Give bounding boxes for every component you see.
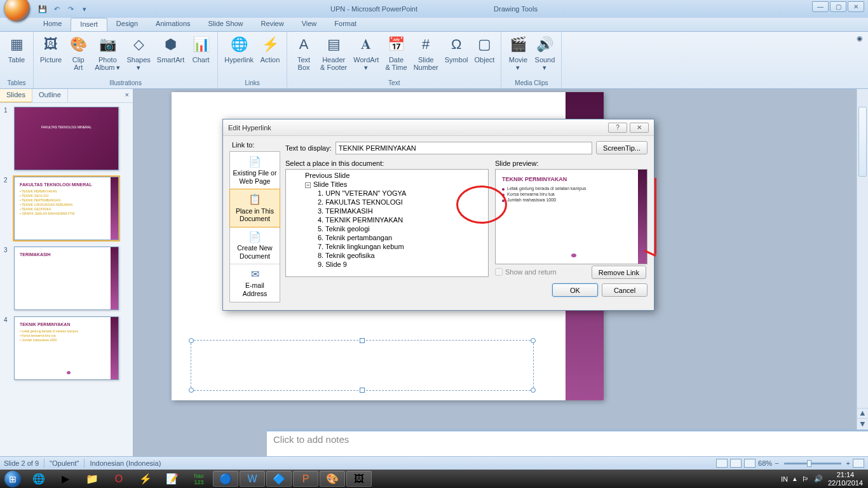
close-button[interactable]: ✕ [848,1,864,12]
tab-format[interactable]: Format [325,18,365,31]
tree-item[interactable]: 3. TERIMAKASIH [287,207,487,215]
dialog-close-button[interactable]: ✕ [630,123,649,133]
tray-flag-icon[interactable]: 🏳 [802,475,809,483]
slideshow-view-button[interactable] [744,459,756,468]
smartart-button[interactable]: ⬢SmartArt [154,33,187,65]
text-button[interactable]: ATextBox [291,33,316,72]
zoom-out-button[interactable]: − [775,459,778,467]
taskbar-winamp[interactable]: ⚡ [133,471,158,487]
restore-button[interactable]: ▢ [830,1,846,12]
taskbar-app1[interactable]: 🔷 [266,471,292,487]
tab-design[interactable]: Design [107,18,147,31]
sorter-view-button[interactable] [730,459,742,468]
tab-home[interactable]: Home [34,18,71,31]
shapes-button[interactable]: ◇Shapes▾ [125,33,153,72]
resize-handle[interactable] [189,338,194,343]
next-slide-button[interactable]: ⯆ [857,418,868,428]
redo-icon[interactable]: ↷ [65,3,76,15]
taskbar-powerpoint[interactable]: P [293,471,318,487]
linkto-place[interactable]: 📋Place in ThisDocument [229,189,280,227]
resize-handle[interactable] [360,338,365,343]
resize-handle[interactable] [531,338,536,343]
linkto-existing[interactable]: 📄Existing File orWeb Page [230,152,280,189]
slide-thumbnail[interactable]: FAKULTAS TEKNOLOGI MINERAL [14,107,119,170]
zoom-slider-thumb[interactable] [807,460,811,467]
screentip-button[interactable]: ScreenTip... [596,141,648,154]
sound-button[interactable]: 🔊Sound▾ [532,33,557,72]
resize-handle[interactable] [531,388,536,393]
save-icon[interactable]: 💾 [37,3,48,15]
zoom-level[interactable]: 68% [758,459,772,467]
tab-slide-show[interactable]: Slide Show [200,18,252,31]
tree-expand-icon[interactable]: − [305,182,311,188]
ok-button[interactable]: OK [552,283,598,297]
resize-handle[interactable] [360,388,365,393]
panel-close-icon[interactable]: × [121,89,133,102]
tree-item[interactable]: 7. Teknik lingkungan kebum [287,242,487,251]
text-placeholder-selection[interactable] [191,340,534,391]
taskbar-chrome[interactable]: 🔵 [213,471,238,487]
action-button[interactable]: ⚡Action [257,33,283,65]
qat-customize-icon[interactable]: ▾ [79,3,90,15]
language-indicator[interactable]: Indonesian (Indonesia) [90,459,161,467]
document-tree[interactable]: Previous Slide−Slide Titles1. UPN "VETER… [285,169,489,277]
tree-item[interactable]: 1. UPN "VETERAN" YOGYA [287,189,487,198]
minimize-button[interactable]: — [812,1,829,12]
picture-button[interactable]: 🖼Picture [37,33,64,65]
tree-item[interactable]: 8. Teknik geofisika [287,251,487,260]
dialog-titlebar[interactable]: Edit Hyperlink ? ✕ [223,119,654,136]
scrollbar-thumb[interactable] [858,107,867,177]
taskbar-explorer[interactable]: 📁 [79,471,105,487]
cancel-button[interactable]: Cancel [602,283,648,297]
slide-thumbnail[interactable]: FAKULTAS TEKNOLOGI MINERAL• TEKNIK PERMI… [14,177,119,240]
tree-item[interactable]: 6. Teknik pertambangan [287,233,487,242]
linkto-e-mail[interactable]: ✉E-mail Address [230,264,280,301]
tree-item[interactable]: 2. FAKULTAS TEKNOLOGI [287,198,487,207]
prev-slide-button[interactable]: ⯅ [857,408,868,418]
date-button[interactable]: 📅Date& Time [383,33,409,72]
table-button[interactable]: ▦Table [4,33,29,65]
normal-view-button[interactable] [716,459,728,468]
tray-lang[interactable]: IN [781,475,788,483]
slide-thumbnail[interactable]: TERIMAKASIH [14,247,119,310]
tree-item[interactable]: 4. TEKNIK PERMINYAKAN [287,215,487,224]
tab-review[interactable]: Review [252,18,293,31]
notes-pane[interactable]: Click to add notes [267,430,868,456]
outline-tab[interactable]: Outline [32,89,68,102]
start-button[interactable]: ⊞ [0,470,25,488]
taskbar-notepad[interactable]: 📝 [159,471,185,487]
taskbar-app2[interactable]: 🖼 [346,471,372,487]
tree-item[interactable]: 5. Teknik geologi [287,224,487,233]
vertical-scrollbar[interactable]: ⯅⯆ [857,89,868,430]
tab-insert[interactable]: Insert [71,18,107,31]
photo-button[interactable]: 📷PhotoAlbum ▾ [92,33,123,72]
symbol-button[interactable]: ΩSymbol [442,33,471,65]
fit-window-button[interactable] [853,459,864,468]
slide-button[interactable]: #SlideNumber [411,33,441,72]
tree-item[interactable]: −Slide Titles [287,180,487,189]
clip-button[interactable]: 🎨ClipArt [65,33,91,72]
header-button[interactable]: ▤Header& Footer [318,33,349,72]
taskbar-media[interactable]: ▶ [53,471,78,487]
slides-tab[interactable]: Slides [0,89,32,102]
undo-icon[interactable]: ↶ [51,3,62,15]
zoom-in-button[interactable]: + [846,459,850,467]
help-icon[interactable]: ◉ [851,32,868,88]
zoom-slider[interactable] [784,463,841,464]
slide-thumbnail[interactable]: TEKNIK PERMINYAKAN• Letak gedung berada … [14,316,119,380]
taskbar-paint[interactable]: 🎨 [320,471,345,487]
tree-item[interactable]: 9. Slide 9 [287,260,487,269]
tab-animations[interactable]: Animations [147,18,199,31]
object-button[interactable]: ▢Object [471,33,497,65]
wordart-button[interactable]: 𝐀WordArt▾ [351,33,381,72]
tray-volume-icon[interactable]: 🔊 [814,475,823,483]
chart-button[interactable]: 📊Chart [188,33,214,65]
linkto-create[interactable]: 📄Create NewDocument [230,227,280,264]
taskbar-ie[interactable]: 🌐 [26,471,51,487]
dialog-help-button[interactable]: ? [608,123,627,133]
taskbar-hao123[interactable]: hao123 [186,471,212,487]
taskbar-opera[interactable]: O [106,471,132,487]
tray-chevron-icon[interactable]: ▴ [793,475,797,483]
text-display-input[interactable] [336,142,592,154]
tab-view[interactable]: View [293,18,326,31]
